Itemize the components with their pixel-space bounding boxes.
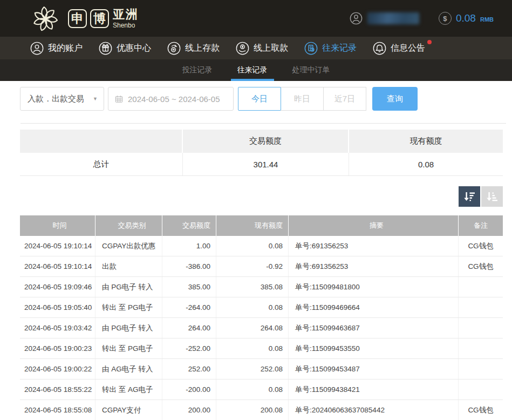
brand-logo: 申 博 亚洲 Shenbo bbox=[27, 3, 139, 34]
table-header-row: 时间 交易类别 交易额度 现有额度 摘要 备注 bbox=[20, 215, 503, 236]
cell-balance: 0.08 bbox=[216, 236, 289, 256]
last-7-days-button[interactable]: 近7日 bbox=[323, 87, 366, 111]
withdraw-coin-icon bbox=[236, 42, 249, 55]
nav-item-withdraw[interactable]: 线上取款 bbox=[236, 42, 288, 55]
cell-remark bbox=[459, 380, 503, 399]
cell-amount: 200.00 bbox=[162, 400, 216, 420]
tab-label: 投注记录 bbox=[182, 65, 213, 75]
tab-label: 处理中订单 bbox=[292, 65, 330, 75]
nav-item-promotions[interactable]: 优惠中心 bbox=[99, 42, 151, 55]
summary-header-blank bbox=[20, 130, 183, 153]
cell-summary: 单号:691356253 bbox=[289, 256, 459, 276]
table-row: 2024-06-05 19:10:14 CGPAY出款优惠 1.00 0.08 … bbox=[20, 236, 503, 256]
search-button[interactable]: 查询 bbox=[372, 87, 418, 111]
page: 申 博 亚洲 Shenbo $ 0.0 bbox=[0, 0, 512, 420]
cell-amount: 1.00 bbox=[162, 236, 216, 256]
nav-item-announcements[interactable]: 信息公告 bbox=[373, 42, 425, 55]
nav-item-transaction-records[interactable]: 往来记录 bbox=[304, 42, 357, 55]
col-header-summary: 摘要 bbox=[289, 215, 459, 236]
cell-time: 2024-06-05 19:05:40 bbox=[20, 297, 95, 317]
nav-item-my-account[interactable]: 我的账户 bbox=[30, 42, 83, 55]
cell-type: 由 AG电子 转入 bbox=[95, 359, 162, 379]
table-row: 2024-06-05 19:09:46 由 PG电子 转入 385.00 385… bbox=[20, 277, 503, 297]
cell-type: 转出 至 PG电子 bbox=[95, 338, 162, 358]
brand-subtitle: Shenbo bbox=[113, 22, 139, 29]
col-header-balance: 现有额度 bbox=[216, 215, 289, 236]
cell-amount: -200.00 bbox=[162, 380, 216, 399]
table-row: 2024-06-05 19:00:22 由 AG电子 转入 252.00 252… bbox=[20, 359, 503, 380]
records-tab-bar: 投注记录 往来记录 处理中订单 bbox=[0, 59, 512, 81]
cell-balance: 0.08 bbox=[216, 338, 289, 358]
cell-balance: -0.92 bbox=[216, 256, 289, 276]
cell-balance: 200.08 bbox=[216, 400, 289, 420]
username-redacted bbox=[367, 12, 419, 24]
section-divider bbox=[21, 123, 506, 124]
nav-label: 线上取款 bbox=[254, 43, 288, 54]
gift-icon bbox=[99, 42, 112, 55]
flower-logo-icon bbox=[27, 3, 64, 34]
bell-icon bbox=[373, 42, 386, 55]
cell-remark: CG钱包 bbox=[459, 256, 503, 276]
cell-balance: 385.08 bbox=[216, 277, 289, 297]
yesterday-button[interactable]: 昨日 bbox=[281, 87, 324, 111]
cell-type: 出款 bbox=[95, 256, 162, 276]
sort-controls bbox=[0, 186, 503, 207]
cell-type: 转出 至 AG电子 bbox=[95, 380, 162, 399]
summary-header-transaction: 交易额度 bbox=[183, 130, 349, 153]
today-button[interactable]: 今日 bbox=[238, 87, 281, 111]
cell-time: 2024-06-05 19:09:46 bbox=[20, 277, 95, 297]
user-icon bbox=[350, 12, 363, 25]
cell-remark bbox=[459, 297, 503, 317]
cell-amount: 252.00 bbox=[162, 359, 216, 379]
tab-betting-records[interactable]: 投注记录 bbox=[182, 59, 213, 81]
calendar-icon bbox=[115, 95, 123, 103]
table-row: 2024-06-05 19:00:23 转出 至 PG电子 -252.00 0.… bbox=[20, 338, 503, 359]
col-header-amount: 交易额度 bbox=[162, 215, 216, 236]
sort-descending-button[interactable] bbox=[459, 186, 480, 207]
cell-time: 2024-06-05 18:55:08 bbox=[20, 400, 95, 420]
cell-type: CGPAY出款优惠 bbox=[95, 236, 162, 256]
cell-remark: CG钱包 bbox=[459, 236, 503, 256]
table-row: 2024-06-05 19:10:14 出款 -386.00 -0.92 单号:… bbox=[20, 256, 503, 277]
sort-ascending-button[interactable] bbox=[481, 186, 503, 207]
summary-table: 交易额度 现有额度 总计 301.44 0.08 bbox=[20, 130, 503, 176]
cell-summary: 单号:115099438421 bbox=[289, 380, 459, 399]
brand-char-2: 博 bbox=[90, 9, 109, 28]
summary-total-label: 总计 bbox=[20, 153, 183, 175]
main-nav: 我的账户 优惠中心 线上存款 bbox=[0, 37, 512, 59]
table-row: 2024-06-05 19:03:42 由 PG电子 转入 264.00 264… bbox=[20, 318, 503, 338]
date-range-value: 2024-06-05 ~ 2024-06-05 bbox=[128, 94, 220, 104]
balance-display[interactable]: $ 0.08 RMB bbox=[439, 12, 494, 25]
cell-remark bbox=[459, 318, 503, 338]
col-header-type: 交易类别 bbox=[95, 215, 162, 236]
nav-item-deposit[interactable]: 线上存款 bbox=[167, 42, 220, 55]
cell-amount: -252.00 bbox=[162, 338, 216, 358]
cell-time: 2024-06-05 19:00:23 bbox=[20, 338, 95, 358]
brand-region: 亚洲 bbox=[113, 9, 139, 21]
balance-amount: 0.08 bbox=[456, 12, 476, 24]
summary-total-transaction: 301.44 bbox=[183, 153, 349, 175]
brand-name-boxes: 申 博 bbox=[68, 9, 109, 28]
cell-remark bbox=[459, 277, 503, 297]
cell-balance: 0.08 bbox=[216, 297, 289, 317]
table-row: 2024-06-05 19:05:40 转出 至 PG电子 -264.00 0.… bbox=[20, 297, 503, 318]
table-row: 2024-06-05 18:55:08 CGPAY支付 200.00 200.0… bbox=[20, 400, 503, 420]
deposit-coin-icon bbox=[167, 42, 181, 55]
chevron-down-icon: ▼ bbox=[93, 96, 98, 101]
cell-amount: 264.00 bbox=[162, 318, 216, 338]
user-account[interactable] bbox=[350, 12, 419, 25]
cell-balance: 264.08 bbox=[216, 318, 289, 338]
cell-amount: 385.00 bbox=[162, 277, 216, 297]
cell-type: 由 PG电子 转入 bbox=[95, 318, 162, 338]
cell-time: 2024-06-05 18:55:22 bbox=[20, 380, 95, 399]
sort-descending-icon bbox=[463, 191, 476, 202]
tab-transaction-records[interactable]: 往来记录 bbox=[237, 59, 268, 81]
transaction-type-select[interactable]: 入款．出款交易 ▼ bbox=[20, 87, 104, 111]
nav-label: 信息公告 bbox=[391, 43, 425, 54]
tab-processing-orders[interactable]: 处理中订单 bbox=[292, 59, 330, 81]
active-tab-underline bbox=[231, 79, 274, 81]
cell-summary: 单号:115099469664 bbox=[289, 297, 459, 317]
cell-time: 2024-06-05 19:00:22 bbox=[20, 359, 95, 379]
notification-dot bbox=[427, 40, 432, 44]
date-range-input[interactable]: 2024-06-05 ~ 2024-06-05 bbox=[108, 87, 234, 111]
